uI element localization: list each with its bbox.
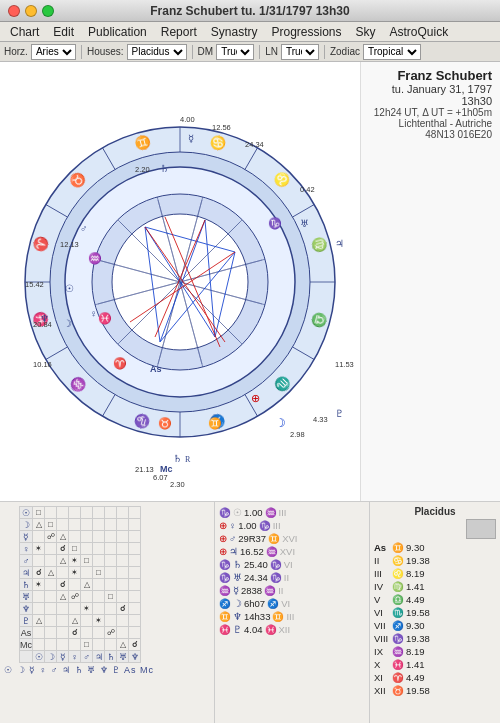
menu-synastry[interactable]: Synastry [205, 23, 264, 41]
menu-chart[interactable]: Chart [4, 23, 45, 41]
dm-select[interactable]: True [216, 44, 254, 60]
title-bar: Franz Schubert tu. 1/31/1797 13h30 [0, 0, 500, 22]
ln-select[interactable]: True [281, 44, 319, 60]
aspect-row-mercury: ☿ ☍△ [20, 531, 141, 543]
svg-text:2.30: 2.30 [170, 480, 185, 489]
svg-text:R: R [185, 455, 191, 464]
svg-text:15.42: 15.42 [25, 280, 44, 289]
close-button[interactable] [8, 5, 20, 17]
svg-text:10.16: 10.16 [33, 360, 52, 369]
minimize-button[interactable] [25, 5, 37, 17]
house-row-10: X ♓ 1.41 [374, 658, 496, 671]
person-place: Lichtenthal - Autriche [369, 118, 492, 129]
svg-text:2.98: 2.98 [290, 430, 305, 439]
aspect-row-mars: ♂ △✶□ [20, 555, 141, 567]
maximize-button[interactable] [42, 5, 54, 17]
person-date-2: 12h24 UT, Δ UT = +1h05m [369, 107, 492, 118]
person-coords: 48N13 016E20 [369, 129, 492, 140]
aspect-row-mc: Mc □△☌ [20, 639, 141, 651]
svg-text:♇: ♇ [335, 408, 344, 419]
svg-text:20.84: 20.84 [33, 320, 52, 329]
aspect-row-pluto: ♇ △△✶ [20, 615, 141, 627]
horz-label: Horz. [4, 46, 28, 57]
planet-positions-table: ♑ ☉ 1.00 ♒ III ⊕ ♀ 1.00 ♑ III ⊕ ♂ 29R37 [215, 502, 370, 723]
svg-text:♃: ♃ [335, 238, 344, 249]
svg-text:12.13: 12.13 [60, 240, 79, 249]
svg-text:♊: ♊ [208, 416, 222, 430]
dm-label: DM [198, 46, 214, 57]
zodiac-select[interactable]: Tropical [363, 44, 421, 60]
svg-text:24.34: 24.34 [245, 140, 264, 149]
planet-row-9: ♊ ♆ 14h33 ♊ III [219, 610, 365, 623]
house-row-3: III ♌ 8.19 [374, 567, 496, 580]
svg-text:0.42: 0.42 [300, 185, 315, 194]
planet-row-3: ⊕ ♂ 29R37 ♊ XVI [219, 532, 365, 545]
toolbar-separator-4 [324, 45, 325, 59]
svg-text:☽: ☽ [275, 416, 286, 430]
aspect-row-sun: ☉ □ [20, 507, 141, 519]
svg-text:As: As [150, 364, 162, 374]
svg-text:☿: ☿ [188, 133, 194, 144]
person-info: Franz Schubert tu. January 31, 1797 13h3… [360, 62, 500, 501]
options-button[interactable] [466, 519, 496, 539]
house-row-5: V ♎ 4.49 [374, 593, 496, 606]
svg-text:☽: ☽ [63, 318, 72, 329]
aspect-row-jupiter: ♃ ☌△✶□ [20, 567, 141, 579]
menu-edit[interactable]: Edit [47, 23, 80, 41]
person-name: Franz Schubert [369, 68, 492, 83]
ln-label: LN [265, 46, 278, 57]
menu-sky[interactable]: Sky [350, 23, 382, 41]
house-row-8: VIII ♑ 19.38 [374, 632, 496, 645]
svg-text:♒: ♒ [88, 251, 102, 265]
svg-text:21.13: 21.13 [135, 465, 154, 474]
horz-select[interactable]: Aries [31, 44, 76, 60]
svg-text:6.07: 6.07 [153, 473, 168, 482]
bottom-section: ☉ □ ☽ △□ ☿ ☍△ [0, 502, 500, 723]
aspect-row-saturn: ♄ ✶☌△ [20, 579, 141, 591]
aspect-grid: ☉ □ ☽ △□ ☿ ☍△ [0, 502, 215, 723]
toolbar-separator-1 [81, 45, 82, 59]
planet-row-7: ♒ ☿ 2838 ♒ II [219, 584, 365, 597]
menu-progressions[interactable]: Progressions [265, 23, 347, 41]
aspect-row-venus: ♀ ✶☌□ [20, 543, 141, 555]
aspect-row-neptune: ♆ ✶☌ [20, 603, 141, 615]
aspect-table: ☉ □ ☽ △□ ☿ ☍△ [19, 506, 141, 663]
svg-text:♂: ♂ [80, 223, 88, 234]
svg-text:⊕: ⊕ [251, 392, 260, 404]
svg-text:♄: ♄ [173, 453, 182, 464]
planet-row-10: ♓ ♇ 4.04 ♓ XII [219, 623, 365, 636]
svg-text:4.00: 4.00 [180, 115, 195, 124]
planet-row-2: ⊕ ♀ 1.00 ♑ III [219, 519, 365, 532]
svg-text:♀: ♀ [90, 308, 98, 319]
menu-publication[interactable]: Publication [82, 23, 153, 41]
houses-select[interactable]: Placidus [127, 44, 187, 60]
chart-area: ♈ ♉ ♊ ♋ ♌ ♍ ♎ ♏ ♐ [0, 62, 500, 502]
planet-row-8: ♐ ☽ 6h07 ♐ VI [219, 597, 365, 610]
house-row-4: IV ♍ 1.41 [374, 580, 496, 593]
zodiac-label: Zodiac [330, 46, 360, 57]
aspect-row-asc: As ☌☍ [20, 627, 141, 639]
toolbar: Horz. Aries Houses: Placidus DM True LN … [0, 42, 500, 62]
svg-text:♄: ♄ [160, 163, 169, 174]
planet-row-5: ♑ ♄ 25.40 ♑ VI [219, 558, 365, 571]
house-row-6: VI ♏ 19.58 [374, 606, 496, 619]
window-title: Franz Schubert tu. 1/31/1797 13h30 [150, 4, 349, 18]
svg-text:☉: ☉ [65, 283, 74, 294]
house-row-as: As ♊ 9.30 [374, 541, 496, 554]
svg-text:♉: ♉ [158, 416, 172, 430]
astrology-chart: ♈ ♉ ♊ ♋ ♌ ♍ ♎ ♏ ♐ [5, 72, 355, 492]
house-row-11: XI ♈ 4.49 [374, 671, 496, 684]
person-date-1: tu. January 31, 1797 13h30 [369, 83, 492, 107]
menu-astroquick[interactable]: AstroQuick [384, 23, 455, 41]
house-row-2: II ♋ 19.38 [374, 554, 496, 567]
svg-text:4.33: 4.33 [313, 415, 328, 424]
svg-text:♓: ♓ [98, 311, 112, 325]
svg-text:11.53: 11.53 [335, 360, 354, 369]
toolbar-separator-2 [192, 45, 193, 59]
menu-report[interactable]: Report [155, 23, 203, 41]
planet-row-6: ♑ ♅ 24.34 ♑ II [219, 571, 365, 584]
main-content: ♈ ♉ ♊ ♋ ♌ ♍ ♎ ♏ ♐ [0, 62, 500, 723]
window-controls[interactable] [8, 5, 54, 17]
house-row-9: IX ♒ 8.19 [374, 645, 496, 658]
house-row-7: VII ♐ 9.30 [374, 619, 496, 632]
